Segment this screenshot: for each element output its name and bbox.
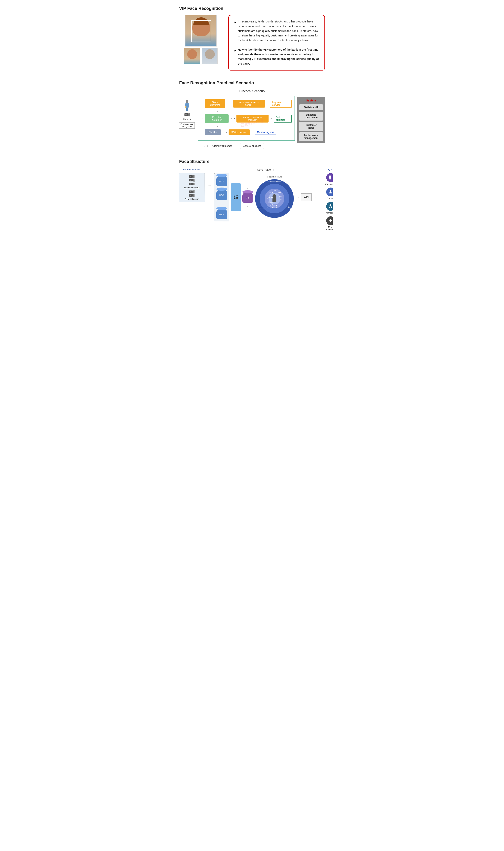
- face-detection-rect: [191, 20, 211, 42]
- scenario-wrapper: Cashway: [179, 96, 325, 149]
- svg-marker-17: [193, 183, 195, 185]
- ordinary-customer-box: Ordinary customer: [210, 143, 234, 149]
- n-text-2: N: [217, 126, 218, 128]
- manage-risk-icon-circle: [326, 173, 333, 182]
- face-images-area: [179, 15, 222, 64]
- person-icon: [184, 100, 190, 112]
- structure-section: Face Structure Face collection Branch co…: [179, 159, 325, 231]
- dbn-cylinder: DB-N: [216, 208, 227, 219]
- n-bottom-label: N: [203, 145, 205, 147]
- svg-marker-23: [193, 194, 195, 197]
- svg-rect-4: [186, 108, 187, 111]
- marketing-icon: [328, 204, 333, 209]
- svg-marker-8: [188, 113, 190, 117]
- svg-text:Face: Face: [273, 189, 276, 191]
- structure-layout: Face collection Branch collection: [179, 168, 325, 231]
- vip-description-box: ➤ In recent years, funds, bonds, stocks …: [228, 15, 325, 71]
- potential-customer-box: Potential customer: [205, 114, 229, 123]
- cam2: [189, 179, 195, 182]
- monitoring-risk-box: Monitoring risk: [255, 130, 276, 135]
- dbn-label: DB-N: [219, 213, 224, 216]
- system-panel: System Statistics VIP Statisticsself-ser…: [297, 97, 325, 143]
- atm-label: ATM collection: [185, 198, 199, 200]
- db1-cylinder: DB-1: [216, 175, 227, 186]
- svg-rect-5: [187, 108, 188, 111]
- perf-mgmt-btn[interactable]: Performancemanagement: [299, 132, 323, 141]
- arrow-8: →: [222, 130, 224, 134]
- stats-self-btn[interactable]: Statisticsself-service: [299, 112, 323, 121]
- camera-section: Camera Customer facerecognition: [179, 100, 195, 129]
- system-section: System Statistics VIP Statisticsself-ser…: [297, 97, 325, 143]
- arrow-7: →: [201, 130, 204, 134]
- db1-label: DB-1: [219, 180, 224, 183]
- app-title: APP: [320, 168, 333, 171]
- bullet2-text: How to identify the VIP customers of the…: [238, 48, 320, 66]
- camera-text-label: Camera: [183, 118, 191, 120]
- arrow-to-general: ←: [236, 144, 239, 147]
- svg-point-12: [190, 176, 191, 177]
- vip-section: ➤ In recent years, funds, bonds, stocks …: [179, 15, 325, 71]
- svg-point-29: [272, 194, 276, 198]
- cam-stack-branch: [189, 175, 195, 186]
- get-info-icon-circle: [326, 188, 333, 196]
- outer-ring-svg: Stock customer Blacklist potential custo…: [255, 179, 294, 218]
- svg-point-50: [330, 206, 331, 207]
- bullet-arrow-1: ➤: [234, 20, 236, 25]
- n-label-1: N: [217, 110, 292, 113]
- stats-vip-btn[interactable]: Statistics VIP: [299, 104, 323, 110]
- arrow-to-app: →: [313, 195, 317, 199]
- camera-icon: [184, 113, 190, 117]
- firewall-section: Firewall: [231, 183, 241, 211]
- svg-text:WechatOpenID: WechatOpenID: [268, 205, 277, 207]
- marketing-icon-circle: [326, 202, 333, 211]
- db-purple-cylinder: DB-: [242, 192, 253, 203]
- get-info-label: Get info: [327, 197, 333, 199]
- svg-rect-45: [329, 176, 331, 178]
- svg-point-18: [190, 183, 191, 184]
- main-flow-area: → Stock customer → Y MSG to customer or …: [198, 96, 325, 149]
- core-inner: DB-1 DB-1 ⋮ DB-N: [214, 173, 317, 221]
- bullet-1: ➤ In recent years, funds, bonds, stocks …: [234, 19, 320, 43]
- face-recog-label: Customer facerecognition: [179, 122, 195, 129]
- arrow-to-firewall: →: [208, 168, 211, 203]
- section2-title: Face Recognition Practical Scenario: [179, 81, 325, 86]
- svg-marker-11: [193, 175, 195, 178]
- svg-text:MAC: MAC: [278, 192, 282, 193]
- face-small-image-1: [184, 48, 200, 64]
- app-item-marketing: Marketing: [326, 202, 333, 214]
- face-small-row: [179, 48, 222, 64]
- arrow-3: →: [266, 102, 269, 105]
- app-items-list: Manage risk Get info: [320, 173, 333, 231]
- manage-risk-icon: [328, 175, 333, 180]
- customer-face-section: Customer Face: [255, 176, 294, 219]
- dbn-item: DB-N: [216, 208, 227, 219]
- arrow-6: →: [270, 117, 272, 120]
- svg-point-24: [190, 195, 191, 196]
- svg-text:ID: ID: [267, 198, 269, 200]
- svg-marker-20: [193, 190, 195, 193]
- manage-risk-label: Manage risk: [325, 183, 333, 185]
- cam5: [189, 194, 195, 197]
- svg-text:ECIF: ECIF: [270, 192, 273, 193]
- db1b-cylinder: DB-1: [216, 189, 227, 200]
- get-qualities-box: Get qualities: [274, 114, 292, 123]
- msg-box-2: MSG to customer or manager: [236, 114, 269, 123]
- svg-text:Andriod: Andriod: [267, 196, 273, 198]
- get-info-icon: [328, 190, 333, 194]
- bullet-arrow-2: ➤: [234, 48, 236, 53]
- db1b-label: DB-1: [219, 194, 224, 196]
- y-label-3: Y: [226, 131, 228, 134]
- cam-stack-atm: [189, 190, 195, 197]
- svg-text:Pay: Pay: [280, 195, 282, 197]
- atm-cameras: ATM collection: [181, 190, 203, 200]
- arrow-1: →: [201, 102, 204, 105]
- cam4: [189, 190, 195, 193]
- firewall-box: Firewall: [231, 183, 241, 211]
- customer-label-btn[interactable]: Customerlabel: [299, 122, 323, 131]
- section1-title: VIP Face Recognition: [179, 6, 325, 11]
- svg-text:potential customer: potential customer: [258, 207, 272, 209]
- general-business-box: General business: [240, 143, 264, 149]
- arrow-4: →: [201, 117, 204, 120]
- face-collection-col: Face collection Branch collection: [179, 168, 205, 202]
- core-platform-title: Core Platform: [214, 168, 317, 171]
